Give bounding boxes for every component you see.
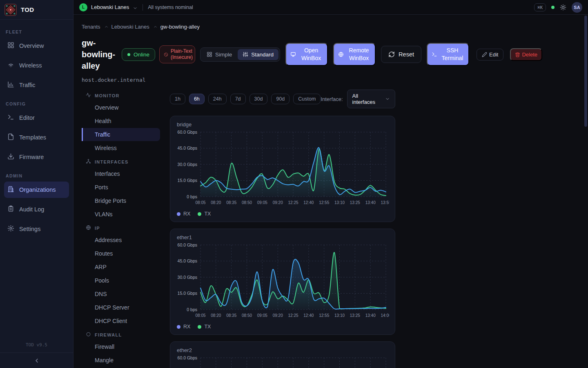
- sidebar-item-traffic[interactable]: Traffic: [4, 77, 69, 93]
- bridge-traffic-chart: 0 bps15.0 Gbps30.0 Gbps45.0 Gbps60.0 Gbp…: [177, 129, 389, 209]
- legend-item-rx: RX: [177, 211, 190, 217]
- legend-dot-icon: [177, 212, 180, 216]
- chart-title: bridge: [177, 121, 388, 128]
- charts-column: 1h6h24h7d30d90dCustom Interface: All int…: [170, 90, 395, 368]
- chart-controls: 1h6h24h7d30d90dCustom Interface: All int…: [170, 90, 395, 108]
- subnav-item-routes[interactable]: Routes: [82, 247, 160, 260]
- subnav-item-health[interactable]: Health: [82, 114, 160, 128]
- command-palette-shortcut[interactable]: ⌘K: [534, 3, 546, 11]
- subnav-item-wireless[interactable]: Wireless: [82, 141, 160, 155]
- svg-text:12:40: 12:40: [303, 313, 314, 318]
- terminal-icon: [432, 52, 437, 57]
- chart-title: ether2: [177, 347, 388, 353]
- trash-icon: [515, 52, 520, 57]
- sidebar-nav: FLEETOverviewWirelessTrafficCONFIGEditor…: [0, 20, 73, 339]
- chart-title: ether1: [177, 234, 388, 240]
- subnav-section-ip: IP: [82, 221, 160, 233]
- svg-text:60.0 Gbps: 60.0 Gbps: [178, 242, 197, 247]
- subnav-item-dhcp-server[interactable]: DHCP Server: [82, 301, 160, 314]
- view-mode-standard[interactable]: Standard: [238, 49, 278, 60]
- subnav-item-vlans[interactable]: VLANs: [82, 208, 160, 221]
- sidebar-item-templates[interactable]: Templates: [4, 129, 69, 146]
- sidebar-item-label: Editor: [19, 114, 35, 121]
- interface-filter-label: Interface:: [321, 96, 343, 102]
- subnav-item-bridge-ports[interactable]: Bridge Ports: [82, 194, 160, 207]
- app-version: TOD v9.5: [0, 339, 73, 352]
- slash-circle-icon: [164, 52, 168, 57]
- sidebar-item-wireless[interactable]: Wireless: [4, 57, 69, 74]
- remote-winbox-button[interactable]: Remote WinBox: [333, 43, 376, 66]
- svg-text:08:50: 08:50: [242, 200, 252, 205]
- range-7d[interactable]: 7d: [230, 94, 246, 104]
- circle-icon: [86, 332, 91, 338]
- ssh-terminal-button[interactable]: SSH Terminal: [427, 43, 469, 66]
- subnav-item-dns[interactable]: DNS: [82, 287, 160, 301]
- globe-icon: [86, 225, 91, 231]
- svg-text:08:35: 08:35: [226, 200, 236, 205]
- svg-text:13:25: 13:25: [350, 200, 360, 205]
- sidebar-item-label: Traffic: [19, 82, 35, 88]
- svg-text:08:05: 08:05: [195, 313, 205, 318]
- range-1h[interactable]: 1h: [170, 94, 185, 104]
- subnav-item-firewall[interactable]: Firewall: [82, 340, 160, 353]
- subnav-item-dhcp-client[interactable]: DHCP Client: [82, 314, 160, 328]
- range-24h[interactable]: 24h: [208, 94, 227, 104]
- user-avatar[interactable]: SA: [572, 2, 582, 13]
- subnav-item-pools[interactable]: Pools: [82, 274, 160, 287]
- legend-dot-icon: [198, 325, 201, 329]
- sidebar-item-label: Firmware: [19, 154, 44, 160]
- chart-card-ether2: ether20 bps15.0 Gbps30.0 Gbps45.0 Gbps60…: [170, 341, 395, 368]
- subnav-item-overview[interactable]: Overview: [82, 101, 160, 114]
- sidebar-item-settings[interactable]: Settings: [4, 221, 69, 237]
- grid-icon: [207, 52, 212, 57]
- terminal-icon: [7, 114, 14, 122]
- range-30d[interactable]: 30d: [249, 94, 268, 104]
- subnav-item-addresses[interactable]: Addresses: [82, 233, 160, 247]
- delete-button[interactable]: Delete: [510, 48, 542, 61]
- svg-text:45.0 Gbps: 45.0 Gbps: [178, 258, 197, 263]
- svg-text:60.0 Gbps: 60.0 Gbps: [178, 130, 197, 135]
- sidebar-collapse-button[interactable]: [0, 352, 73, 368]
- range-6h[interactable]: 6h: [189, 94, 205, 104]
- sidebar-item-firmware[interactable]: Firmware: [4, 149, 69, 165]
- file-icon: [7, 133, 14, 141]
- online-dot-icon: [127, 53, 130, 56]
- device-header: gw-bowling-alley Online Plain-Text (Inse…: [82, 37, 580, 72]
- tenant-selector[interactable]: L Lebowski Lanes: [79, 3, 138, 11]
- sliders-icon: [243, 52, 248, 57]
- sidebar-item-organizations[interactable]: Organizations: [4, 182, 69, 198]
- wifi-icon: [7, 61, 14, 70]
- insecure-warning-label: Plain-Text (Insecure): [171, 48, 193, 61]
- view-mode-simple[interactable]: Simple: [202, 49, 237, 60]
- sidebar-item-editor[interactable]: Editor: [4, 110, 69, 126]
- theme-toggle-button[interactable]: [560, 4, 566, 11]
- legend-item-tx: TX: [198, 211, 211, 217]
- legend-dot-icon: [198, 212, 201, 216]
- svg-text:13:40: 13:40: [365, 313, 376, 318]
- subnav-item-traffic[interactable]: Traffic: [82, 128, 160, 141]
- sidebar-item-overview[interactable]: Overview: [4, 38, 69, 54]
- reset-button[interactable]: Reset: [381, 46, 421, 63]
- main-content: Tenants Lebowski Lanes gw-bowling-alley …: [74, 15, 588, 368]
- subnav-item-mangle[interactable]: Mangle: [82, 354, 160, 367]
- subnav-item-interfaces[interactable]: Interfaces: [82, 167, 160, 180]
- range-90d[interactable]: 90d: [271, 94, 290, 104]
- svg-text:13:25: 13:25: [350, 313, 360, 318]
- edit-button[interactable]: Edit: [477, 49, 503, 61]
- subnav-item-arp[interactable]: ARP: [82, 260, 160, 274]
- interface-select-value: All interfaces: [352, 93, 381, 105]
- svg-text:13:10: 13:10: [334, 200, 345, 205]
- device-hostname: host.docker.internal: [82, 77, 580, 83]
- sidebar-item-label: Wireless: [19, 62, 42, 69]
- breadcrumb-tenants[interactable]: Tenants: [82, 24, 100, 30]
- subnav-item-ports[interactable]: Ports: [82, 181, 160, 194]
- globe-icon: [338, 52, 344, 57]
- activity-icon: [86, 92, 91, 99]
- range-custom[interactable]: Custom: [293, 94, 321, 104]
- sidebar-item-audit-log[interactable]: Audit Log: [4, 201, 69, 218]
- open-winbox-button[interactable]: Open WinBox: [285, 43, 328, 66]
- breadcrumb-separator-icon: [153, 25, 157, 29]
- interface-select[interactable]: All interfaces: [347, 90, 395, 108]
- scrollbar-thumb[interactable]: [584, 16, 587, 127]
- breadcrumb-tenant[interactable]: Lebowski Lanes: [111, 24, 149, 30]
